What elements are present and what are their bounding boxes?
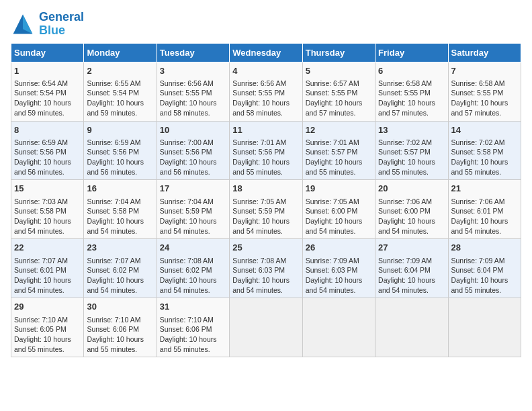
day-of-week-header: Thursday	[302, 43, 375, 62]
day-details: Sunrise: 7:03 AM Sunset: 5:58 PM Dayligh…	[14, 197, 81, 236]
day-details: Sunrise: 6:56 AM Sunset: 5:55 PM Dayligh…	[232, 79, 299, 118]
day-details: Sunrise: 7:02 AM Sunset: 5:58 PM Dayligh…	[451, 138, 518, 177]
table-row: 5 Sunrise: 6:57 AM Sunset: 5:55 PM Dayli…	[302, 62, 375, 121]
table-row: 21 Sunrise: 7:06 AM Sunset: 6:01 PM Dayl…	[448, 180, 521, 239]
day-details: Sunrise: 7:01 AM Sunset: 5:57 PM Dayligh…	[306, 138, 372, 177]
table-row	[302, 298, 375, 357]
logo: General Blue	[11, 11, 84, 38]
table-row: 7 Sunrise: 6:58 AM Sunset: 5:55 PM Dayli…	[448, 62, 521, 121]
table-row: 28 Sunrise: 7:09 AM Sunset: 6:04 PM Dayl…	[448, 239, 521, 298]
day-number: 5	[306, 65, 372, 77]
day-of-week-header: Friday	[375, 43, 448, 62]
day-number: 9	[87, 124, 153, 136]
table-row: 12 Sunrise: 7:01 AM Sunset: 5:57 PM Dayl…	[302, 121, 375, 180]
day-number: 4	[232, 65, 299, 77]
day-details: Sunrise: 7:08 AM Sunset: 6:02 PM Dayligh…	[160, 256, 226, 295]
day-number: 27	[378, 242, 445, 254]
day-details: Sunrise: 7:10 AM Sunset: 6:06 PM Dayligh…	[160, 315, 226, 355]
table-row: 23 Sunrise: 7:07 AM Sunset: 6:02 PM Dayl…	[84, 239, 157, 298]
day-number: 2	[87, 65, 153, 77]
day-number: 17	[160, 183, 226, 195]
day-number: 23	[87, 242, 153, 254]
day-number: 26	[306, 242, 372, 254]
day-details: Sunrise: 7:01 AM Sunset: 5:56 PM Dayligh…	[232, 138, 299, 177]
table-row	[448, 298, 521, 357]
table-row: 24 Sunrise: 7:08 AM Sunset: 6:02 PM Dayl…	[157, 239, 229, 298]
table-row: 30 Sunrise: 7:10 AM Sunset: 6:06 PM Dayl…	[84, 298, 157, 357]
table-row: 11 Sunrise: 7:01 AM Sunset: 5:56 PM Dayl…	[230, 121, 302, 180]
day-details: Sunrise: 6:56 AM Sunset: 5:55 PM Dayligh…	[160, 79, 226, 118]
table-row: 25 Sunrise: 7:08 AM Sunset: 6:03 PM Dayl…	[230, 239, 302, 298]
day-number: 13	[378, 124, 445, 136]
page-header: General Blue	[11, 11, 521, 38]
table-row: 26 Sunrise: 7:09 AM Sunset: 6:03 PM Dayl…	[302, 239, 375, 298]
day-number: 16	[87, 183, 153, 195]
day-number: 18	[232, 183, 299, 195]
day-details: Sunrise: 7:06 AM Sunset: 6:00 PM Dayligh…	[378, 197, 445, 236]
table-row: 10 Sunrise: 7:00 AM Sunset: 5:56 PM Dayl…	[157, 121, 229, 180]
day-details: Sunrise: 7:07 AM Sunset: 6:02 PM Dayligh…	[87, 256, 153, 295]
day-number: 1	[14, 65, 81, 77]
day-number: 28	[451, 242, 518, 254]
table-row	[230, 298, 302, 357]
table-row: 4 Sunrise: 6:56 AM Sunset: 5:55 PM Dayli…	[230, 62, 302, 121]
day-details: Sunrise: 7:09 AM Sunset: 6:04 PM Dayligh…	[451, 256, 518, 295]
day-details: Sunrise: 6:55 AM Sunset: 5:54 PM Dayligh…	[87, 79, 153, 118]
day-details: Sunrise: 6:57 AM Sunset: 5:55 PM Dayligh…	[306, 79, 372, 118]
table-row: 8 Sunrise: 6:59 AM Sunset: 5:56 PM Dayli…	[11, 121, 84, 180]
day-number: 30	[87, 301, 153, 313]
calendar-week-row: 15 Sunrise: 7:03 AM Sunset: 5:58 PM Dayl…	[11, 180, 521, 239]
day-details: Sunrise: 6:59 AM Sunset: 5:56 PM Dayligh…	[87, 138, 153, 177]
day-of-week-header: Sunday	[11, 43, 84, 62]
day-of-week-header: Saturday	[448, 43, 521, 62]
table-row: 27 Sunrise: 7:09 AM Sunset: 6:04 PM Dayl…	[375, 239, 448, 298]
table-row: 18 Sunrise: 7:05 AM Sunset: 5:59 PM Dayl…	[230, 180, 302, 239]
day-details: Sunrise: 7:10 AM Sunset: 6:05 PM Dayligh…	[14, 315, 81, 355]
day-details: Sunrise: 7:04 AM Sunset: 5:58 PM Dayligh…	[87, 197, 153, 236]
table-row: 22 Sunrise: 7:07 AM Sunset: 6:01 PM Dayl…	[11, 239, 84, 298]
day-number: 20	[378, 183, 445, 195]
day-number: 15	[14, 183, 81, 195]
table-row: 2 Sunrise: 6:55 AM Sunset: 5:54 PM Dayli…	[84, 62, 157, 121]
logo-icon	[11, 12, 35, 36]
table-row: 17 Sunrise: 7:04 AM Sunset: 5:59 PM Dayl…	[157, 180, 229, 239]
table-row: 3 Sunrise: 6:56 AM Sunset: 5:55 PM Dayli…	[157, 62, 229, 121]
calendar-week-row: 29 Sunrise: 7:10 AM Sunset: 6:05 PM Dayl…	[11, 298, 521, 357]
table-row: 31 Sunrise: 7:10 AM Sunset: 6:06 PM Dayl…	[157, 298, 229, 357]
day-details: Sunrise: 7:08 AM Sunset: 6:03 PM Dayligh…	[232, 256, 299, 295]
calendar-week-row: 22 Sunrise: 7:07 AM Sunset: 6:01 PM Dayl…	[11, 239, 521, 298]
day-of-week-header: Tuesday	[157, 43, 229, 62]
day-number: 24	[160, 242, 226, 254]
day-details: Sunrise: 7:09 AM Sunset: 6:04 PM Dayligh…	[378, 256, 445, 295]
day-number: 3	[160, 65, 226, 77]
day-number: 25	[232, 242, 299, 254]
day-details: Sunrise: 6:58 AM Sunset: 5:55 PM Dayligh…	[378, 79, 445, 118]
day-details: Sunrise: 7:05 AM Sunset: 6:00 PM Dayligh…	[306, 197, 372, 236]
calendar-header-row: SundayMondayTuesdayWednesdayThursdayFrid…	[11, 43, 521, 62]
table-row: 6 Sunrise: 6:58 AM Sunset: 5:55 PM Dayli…	[375, 62, 448, 121]
day-number: 11	[232, 124, 299, 136]
table-row: 29 Sunrise: 7:10 AM Sunset: 6:05 PM Dayl…	[11, 298, 84, 357]
day-number: 7	[451, 65, 518, 77]
table-row: 1 Sunrise: 6:54 AM Sunset: 5:54 PM Dayli…	[11, 62, 84, 121]
day-details: Sunrise: 6:59 AM Sunset: 5:56 PM Dayligh…	[14, 138, 81, 177]
day-number: 14	[451, 124, 518, 136]
day-number: 21	[451, 183, 518, 195]
table-row: 13 Sunrise: 7:02 AM Sunset: 5:57 PM Dayl…	[375, 121, 448, 180]
calendar-week-row: 8 Sunrise: 6:59 AM Sunset: 5:56 PM Dayli…	[11, 121, 521, 180]
table-row: 16 Sunrise: 7:04 AM Sunset: 5:58 PM Dayl…	[84, 180, 157, 239]
day-details: Sunrise: 7:06 AM Sunset: 6:01 PM Dayligh…	[451, 197, 518, 236]
day-number: 22	[14, 242, 81, 254]
table-row: 19 Sunrise: 7:05 AM Sunset: 6:00 PM Dayl…	[302, 180, 375, 239]
day-of-week-header: Monday	[84, 43, 157, 62]
day-details: Sunrise: 7:09 AM Sunset: 6:03 PM Dayligh…	[306, 256, 372, 295]
table-row	[375, 298, 448, 357]
day-of-week-header: Wednesday	[230, 43, 302, 62]
day-details: Sunrise: 7:05 AM Sunset: 5:59 PM Dayligh…	[232, 197, 299, 236]
calendar-body: 1 Sunrise: 6:54 AM Sunset: 5:54 PM Dayli…	[11, 62, 521, 357]
day-details: Sunrise: 7:02 AM Sunset: 5:57 PM Dayligh…	[378, 138, 445, 177]
day-number: 12	[306, 124, 372, 136]
table-row: 9 Sunrise: 6:59 AM Sunset: 5:56 PM Dayli…	[84, 121, 157, 180]
calendar-table: SundayMondayTuesdayWednesdayThursdayFrid…	[11, 43, 521, 358]
day-details: Sunrise: 7:00 AM Sunset: 5:56 PM Dayligh…	[160, 138, 226, 177]
